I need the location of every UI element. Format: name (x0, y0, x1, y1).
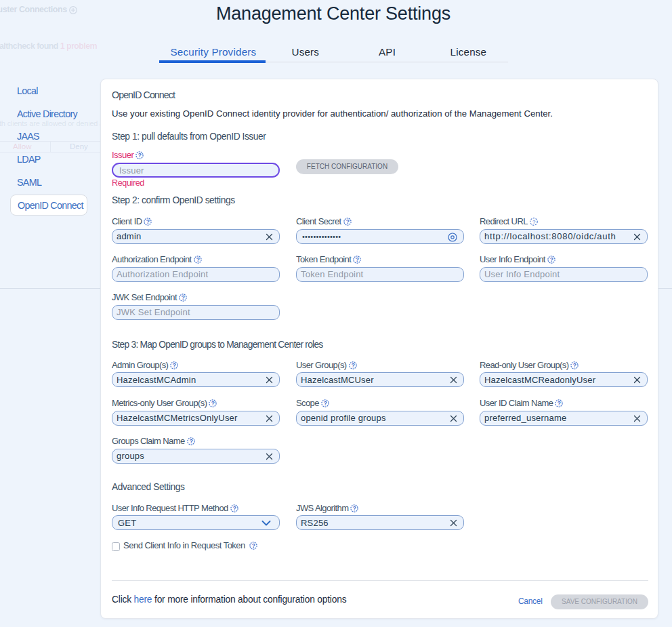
svg-text:?: ? (211, 400, 215, 407)
svg-text:?: ? (345, 218, 349, 225)
svg-text:?: ? (550, 256, 553, 263)
svg-text:?: ? (146, 218, 150, 225)
svg-text:?: ? (189, 438, 192, 445)
svg-text:?: ? (356, 256, 359, 263)
svg-text:?: ? (138, 152, 142, 159)
svg-text:?: ? (173, 362, 176, 369)
svg-text:?: ? (532, 219, 536, 225)
svg-text:?: ? (232, 505, 236, 512)
svg-text:?: ? (196, 256, 199, 263)
svg-text:?: ? (573, 362, 576, 369)
svg-text:?: ? (351, 362, 354, 369)
svg-text:?: ? (182, 294, 185, 301)
svg-text:?: ? (324, 400, 327, 407)
svg-text:?: ? (558, 400, 561, 407)
svg-text:?: ? (353, 505, 356, 512)
svg-text:?: ? (252, 542, 255, 549)
